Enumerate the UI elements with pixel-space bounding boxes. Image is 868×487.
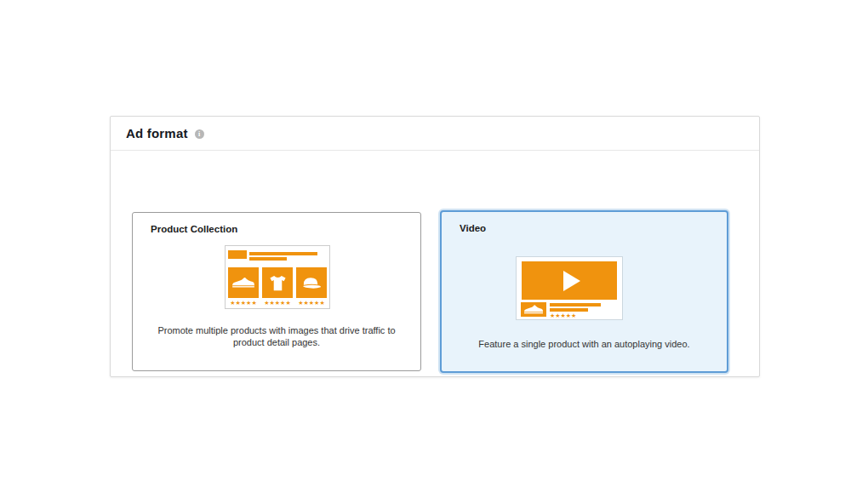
panel-body: Product Collection [111, 152, 759, 376]
product-thumb-sneaker [521, 302, 546, 317]
ad-format-card-video[interactable]: Video ★★★★★ Feature a single product wit… [440, 210, 728, 373]
text-bar-long [550, 303, 601, 307]
product-tile-cap [296, 267, 327, 298]
product-collection-illustration: ★★★★★ ★★★★★ ★★★★★ [225, 245, 330, 309]
star-rating: ★★★★★ [262, 300, 293, 307]
star-rating: ★★★★★ [296, 300, 327, 307]
sneaker-icon [231, 275, 255, 290]
panel-title: Ad format [126, 126, 188, 140]
panel-header: Ad format i [111, 117, 759, 151]
info-icon[interactable]: i [195, 129, 204, 139]
product-tile-tshirt [262, 267, 293, 298]
card-description-video: Feature a single product with an autopla… [462, 338, 706, 350]
ad-format-panel: Ad format i Product Collection [110, 116, 760, 377]
product-tile-sneaker [228, 267, 259, 298]
ad-format-card-product-collection[interactable]: Product Collection [132, 212, 421, 371]
card-title-product-collection: Product Collection [151, 224, 237, 234]
tshirt-icon [268, 273, 288, 293]
star-rating: ★★★★★ [550, 312, 576, 318]
info-glyph: i [198, 130, 200, 138]
play-icon [563, 271, 580, 291]
video-illustration: ★★★★★ [516, 256, 623, 320]
video-screen [522, 261, 617, 300]
headline-bar-long [249, 252, 317, 255]
text-bar-short [550, 308, 588, 312]
card-description-product-collection: Promote multiple products with images th… [153, 324, 400, 348]
brand-logo-block [228, 250, 247, 259]
cap-icon [301, 275, 323, 290]
card-title-video: Video [460, 223, 486, 233]
sneaker-icon [523, 303, 544, 316]
headline-bar-short [249, 257, 287, 261]
star-rating: ★★★★★ [228, 300, 259, 307]
